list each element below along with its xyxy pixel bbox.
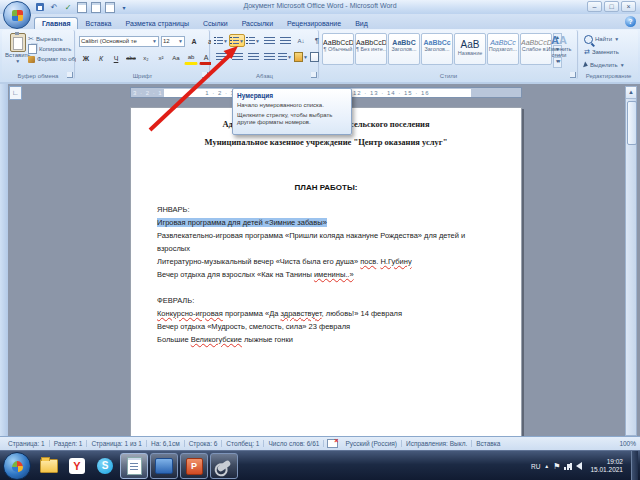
minimize-button[interactable]: –: [587, 1, 602, 12]
tab-rassylki[interactable]: Рассылки: [235, 18, 280, 29]
taskbar-skype[interactable]: S: [92, 454, 118, 478]
underline-button[interactable]: Ч: [109, 52, 123, 64]
paragraph-dialog-launcher[interactable]: [311, 72, 317, 78]
tab-glavnaya[interactable]: Главная: [34, 17, 78, 29]
misspelled-word[interactable]: посв: [360, 257, 376, 266]
italic-button[interactable]: К: [94, 52, 108, 64]
decrease-indent-button[interactable]: [261, 34, 277, 47]
taskbar-powerpoint[interactable]: P: [180, 453, 208, 479]
line-spacing-button[interactable]: ▼: [277, 50, 293, 63]
doc-line[interactable]: Игровая программа для детей «Зимние заба…: [157, 216, 495, 229]
office-button[interactable]: [3, 1, 31, 29]
change-case-button[interactable]: Аа: [169, 52, 183, 64]
replace-button[interactable]: ⇄Заменить: [583, 47, 620, 57]
doc-line[interactable]: взрослых: [157, 242, 495, 255]
office-logo-icon: [12, 10, 23, 21]
select-button[interactable]: Выделить▼: [583, 60, 626, 70]
vertical-scrollbar[interactable]: ▲: [625, 86, 637, 436]
misspelled-word[interactable]: Н.Губину: [380, 257, 411, 266]
tab-vstavka[interactable]: Вставка: [78, 18, 118, 29]
scrollbar-thumb[interactable]: [627, 101, 637, 145]
doc-line[interactable]: Большие Великогубские лыжные гонки: [157, 333, 495, 346]
status-language[interactable]: Русский (Россия): [341, 440, 402, 447]
document-page[interactable]: Администрация Великогубского сельского п…: [130, 107, 522, 438]
misspelled-word[interactable]: здравствует: [281, 309, 322, 318]
status-position[interactable]: На: 6,1см: [147, 440, 185, 447]
highlight-color-button[interactable]: ab: [184, 51, 198, 65]
bold-button[interactable]: Ж: [79, 52, 93, 64]
align-center-button[interactable]: [229, 50, 245, 63]
multilevel-list-button[interactable]: ▼: [245, 34, 261, 47]
status-track-changes[interactable]: Исправления: Выкл.: [402, 440, 472, 447]
doc-line[interactable]: Развлекательно-игровая программа «Пришли…: [157, 229, 495, 242]
tab-selector[interactable]: ∟: [9, 86, 22, 100]
doc-february-header[interactable]: ФЕВРАЛЬ:: [157, 294, 495, 307]
hidden-icons-button[interactable]: ▲: [544, 463, 549, 469]
justify-button[interactable]: [261, 50, 277, 63]
align-right-button[interactable]: [245, 50, 261, 63]
status-insert-mode[interactable]: Вставка: [472, 440, 504, 447]
doc-line[interactable]: Вечер отдыха для взрослых «Как на Танины…: [157, 268, 495, 281]
zoom-level[interactable]: 100%: [619, 440, 640, 447]
increase-indent-button[interactable]: [277, 34, 293, 47]
selected-text[interactable]: Игровая программа для детей «Зимние заба…: [157, 218, 327, 227]
status-column[interactable]: Столбец: 1: [222, 440, 264, 447]
tab-recenzirovanie[interactable]: Рецензирование: [280, 18, 348, 29]
align-left-button[interactable]: [213, 50, 229, 63]
taskbar-keys-app[interactable]: [210, 453, 238, 479]
taskbar-explorer[interactable]: [36, 454, 62, 478]
tab-razmetka[interactable]: Разметка страницы: [119, 18, 197, 29]
status-line[interactable]: Строка: 6: [185, 440, 223, 447]
clock[interactable]: 19:0215.01.2021: [586, 458, 627, 474]
close-button[interactable]: ×: [621, 1, 636, 12]
taskbar-yandex[interactable]: Y: [64, 454, 90, 478]
tab-vid[interactable]: Вид: [348, 18, 375, 29]
change-styles-button[interactable]: АА Изменить стили ▼: [543, 34, 575, 64]
start-button[interactable]: [3, 452, 31, 480]
doc-line[interactable]: Конкурсно-игровая программа «Да здравств…: [157, 307, 495, 320]
language-indicator[interactable]: RU: [531, 463, 540, 470]
misspelled-word[interactable]: именины..»: [314, 270, 354, 279]
tab-ssylki[interactable]: Ссылки: [196, 18, 235, 29]
styles-dialog-launcher[interactable]: [570, 72, 576, 78]
style-no-spacing[interactable]: АаВbСсDc¶ Без инте...: [355, 33, 387, 65]
action-center-icon[interactable]: ⚑: [553, 462, 560, 471]
doc-line[interactable]: Литературно-музыкальный вечер «Чиста был…: [157, 255, 495, 268]
grow-font-button[interactable]: А: [187, 35, 201, 47]
maximize-button[interactable]: □: [604, 1, 619, 12]
show-desktop-button[interactable]: [631, 451, 638, 480]
clipboard-dialog-launcher[interactable]: [67, 72, 73, 78]
status-page-of[interactable]: Страница: 1 из 1: [87, 440, 147, 447]
style-title[interactable]: АаВНазвание: [454, 33, 486, 65]
subscript-button[interactable]: х₂: [139, 52, 153, 64]
status-section[interactable]: Раздел: 1: [50, 440, 88, 447]
font-size-combo[interactable]: 12▼: [161, 36, 185, 47]
scroll-up-arrow[interactable]: ▲: [626, 87, 636, 99]
sort-button[interactable]: А↓: [293, 34, 309, 47]
misspelled-word[interactable]: Великогубские: [191, 335, 242, 344]
help-button[interactable]: ?: [625, 16, 636, 27]
proofing-icon[interactable]: [327, 439, 338, 448]
doc-line[interactable]: Вечер отдыха «Мудрость, смелость, сила» …: [157, 320, 495, 333]
shading-button[interactable]: ▼: [293, 50, 309, 63]
status-word-count[interactable]: Число слов: 6/61: [264, 440, 324, 447]
style-heading2[interactable]: АаВbСсЗаголов...: [421, 33, 453, 65]
strikethrough-button[interactable]: abc: [124, 52, 138, 64]
doc-heading-2[interactable]: Муниципальное казенное учреждение "Центр…: [157, 137, 495, 147]
bullets-button[interactable]: ▼: [213, 34, 229, 47]
doc-january-header[interactable]: ЯНВАРЬ:: [157, 203, 495, 216]
taskbar-image-viewer[interactable]: [150, 453, 178, 479]
doc-plan-title[interactable]: ПЛАН РАБОТЫ:: [157, 183, 495, 192]
taskbar-word-document[interactable]: [120, 453, 148, 479]
status-page[interactable]: Страница: 1: [4, 440, 50, 447]
superscript-button[interactable]: х²: [154, 52, 168, 64]
style-heading1[interactable]: АаВbСЗаголов...: [388, 33, 420, 65]
font-dialog-launcher[interactable]: [202, 72, 208, 78]
style-subtitle[interactable]: АаВbСсПодзагол...: [487, 33, 519, 65]
style-normal[interactable]: АаВbСсDc¶ Обычный: [322, 33, 354, 65]
misspelled-word[interactable]: Конкурсно-игровая: [157, 309, 223, 318]
font-name-combo[interactable]: Calibri (Основной те▼: [79, 36, 159, 47]
volume-icon[interactable]: [576, 462, 582, 470]
find-button[interactable]: Найти▼: [583, 34, 620, 44]
numbering-button[interactable]: ▼: [229, 34, 245, 47]
